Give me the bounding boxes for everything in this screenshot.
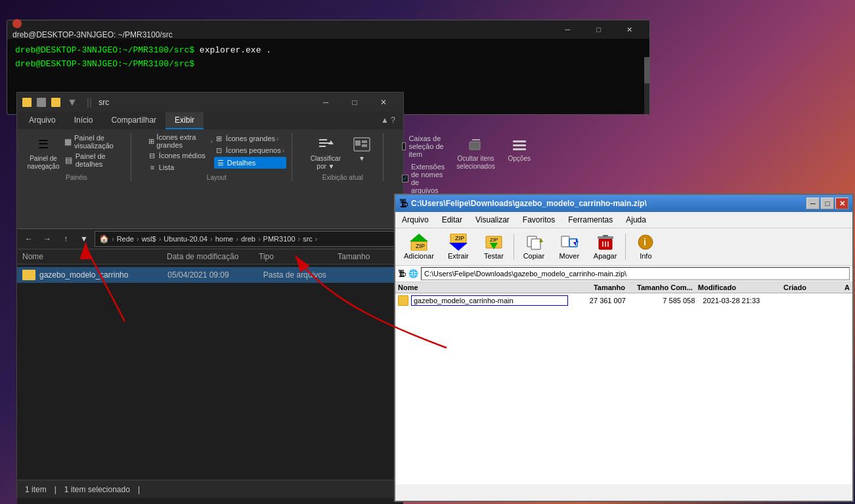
- zip-tool-test[interactable]: ZIP Testar: [477, 230, 511, 263]
- ribbon-item-sort[interactable]: Classificarpor ▼: [308, 133, 343, 173]
- svg-text:ZIP: ZIP: [490, 237, 498, 243]
- delete-icon: [596, 234, 615, 251]
- explorer-minimize-button[interactable]: ─: [311, 93, 340, 112]
- zip-menu-ferramentas[interactable]: Ferramentas: [561, 213, 619, 226]
- terminal-maximize-button[interactable]: □: [584, 22, 613, 37]
- ribbon-item-details-pane[interactable]: ▤ Painel de detalhes: [62, 152, 125, 169]
- zip-tool-copy[interactable]: Copiar: [517, 230, 551, 263]
- details-pane-label: Painel de detalhes: [76, 152, 123, 168]
- path-pmr[interactable]: PMR3100: [263, 235, 296, 243]
- svg-rect-0: [319, 139, 327, 140]
- svg-rect-8: [470, 142, 480, 150]
- extract-label: Extrair: [448, 252, 469, 260]
- zip-menu-visualizar[interactable]: Visualizar: [469, 213, 516, 226]
- zip-file-size: 27 361 007: [571, 297, 631, 304]
- hide-selected-label: Ocultar itensselecionados: [456, 155, 494, 171]
- label-details: Detalhes: [227, 159, 255, 167]
- ribbon-item-nav-pane[interactable]: ☰ Painel denavegação: [28, 133, 59, 173]
- zip-maximize-button[interactable]: □: [821, 198, 834, 209]
- zip-close-button[interactable]: ✕: [835, 198, 848, 209]
- zip-addr-icon: 🗜: [398, 269, 406, 278]
- ribbon-item-preview-pane[interactable]: ▦ Painel de visualização: [62, 133, 125, 150]
- terminal-close-button[interactable]: ✕: [615, 22, 644, 37]
- explorer-close-button[interactable]: ✕: [369, 93, 398, 112]
- ribbon-help[interactable]: ▲ ?: [376, 112, 401, 129]
- cb-extensions-box: [402, 175, 408, 182]
- ribbon-tab-inicio[interactable]: Início: [65, 112, 102, 129]
- status-item-count: 1 item: [25, 485, 47, 494]
- col-header-name[interactable]: Nome: [22, 252, 167, 261]
- path-ubuntu[interactable]: Ubuntu-20.04: [164, 235, 208, 243]
- cb-selection-boxes[interactable]: Caixas de seleção de item: [399, 133, 449, 159]
- path-src[interactable]: src: [303, 235, 313, 243]
- ribbon-tab-compartilhar[interactable]: Compartilhar: [102, 112, 165, 129]
- zip-minimize-button[interactable]: ─: [806, 198, 820, 209]
- up-button[interactable]: ↑: [58, 231, 74, 247]
- zip-file-modified: 2021-03-28 21:33: [703, 297, 787, 304]
- zip-address-bar: 🗜 🌐 C:\Users\Felipe\Downloads\gazebo_mod…: [395, 266, 852, 282]
- terminal-minimize-button[interactable]: ─: [553, 22, 582, 37]
- cb-selection-boxes-label: Caixas de seleção de item: [408, 135, 446, 158]
- path-sep-6: ›: [258, 235, 261, 243]
- zip-col-header-attr[interactable]: A: [844, 284, 850, 291]
- zip-tool-add[interactable]: ZIP Adicionar: [398, 230, 440, 263]
- svg-rect-6: [362, 140, 367, 143]
- zip-col-header-name[interactable]: Nome: [398, 284, 569, 291]
- address-path-bar[interactable]: 🏠 › Rede › wsl$ › Ubuntu-20.04 › home › …: [95, 231, 399, 247]
- delete-label: Apagar: [594, 252, 617, 260]
- cb-extensions[interactable]: Extensões de nomes de arquivos: [399, 161, 449, 196]
- ribbon-content: ☰ Painel denavegação ▦ Painel de visuali…: [17, 129, 403, 229]
- terminal-title-area: dreb@DESKTOP-3NNJGEO: ~/PMR3100/src: [12, 19, 173, 40]
- forward-button[interactable]: →: [39, 231, 55, 247]
- explorer-column-headers: Nome Data de modificação Tipo Tamanho: [17, 249, 403, 264]
- nav-pane-icon: ☰: [34, 135, 53, 154]
- col-header-date[interactable]: Data de modificação: [167, 252, 259, 261]
- sort-icon: [317, 135, 335, 154]
- terminal-app-icon: [12, 19, 22, 28]
- path-sep-8: ›: [315, 235, 318, 243]
- zip-toolbar: ZIP Adicionar ZIP Extrair ZIP: [395, 228, 852, 266]
- path-dreb[interactable]: dreb: [241, 235, 255, 243]
- group-label: ▼: [359, 155, 365, 163]
- icon-list: ≡: [147, 162, 158, 173]
- back-button[interactable]: ←: [21, 231, 37, 247]
- col-header-type[interactable]: Tipo: [259, 252, 338, 261]
- zip-col-header-created[interactable]: Criado: [783, 284, 844, 291]
- zip-menu-favoritos[interactable]: Favoritos: [516, 213, 561, 226]
- col-header-size[interactable]: Tamanho: [338, 252, 390, 261]
- zip-menu-editar[interactable]: Editar: [435, 213, 469, 226]
- chevron-large: ›: [276, 135, 278, 142]
- view-current-label: Exibição atual: [322, 174, 363, 181]
- zip-menu-ajuda[interactable]: Ajuda: [619, 213, 653, 226]
- ribbon-tab-exibir[interactable]: Exibir: [165, 112, 204, 129]
- zip-tool-extract[interactable]: ZIP Extrair: [441, 230, 475, 263]
- zip-col-header-compressed[interactable]: Tamanho Com...: [630, 284, 698, 291]
- zip-col-header-modified[interactable]: Modificado: [698, 284, 783, 291]
- ribbon-item-options[interactable]: Opções: [503, 133, 536, 165]
- terminal-scrollbar[interactable]: [644, 57, 649, 114]
- recent-button[interactable]: ▼: [76, 231, 92, 247]
- terminal-line-2: dreb@DESKTOP-3NNJGEO:~/PMR3100/src$: [15, 58, 642, 72]
- zip-tool-move[interactable]: Mover: [552, 230, 586, 263]
- ribbon-tab-arquivo[interactable]: Arquivo: [20, 112, 65, 129]
- explorer-maximize-button[interactable]: □: [340, 93, 369, 112]
- path-sep-7: ›: [298, 235, 301, 243]
- path-rede[interactable]: Rede: [117, 235, 134, 243]
- path-home[interactable]: home: [215, 235, 234, 243]
- zip-tool-delete[interactable]: Apagar: [588, 230, 623, 263]
- svg-text:i: i: [644, 237, 646, 247]
- path-wsl[interactable]: wsl$: [142, 235, 156, 243]
- ribbon-item-group[interactable]: ▼: [346, 133, 378, 165]
- zip-menu-arquivo[interactable]: Arquivo: [395, 213, 435, 226]
- zip-tool-info[interactable]: i Info: [628, 230, 663, 263]
- zip-address-path[interactable]: C:\Users\Felipe\Downloads\gazebo_modelo_…: [421, 267, 850, 280]
- chevron-extra-large: ›: [211, 138, 213, 145]
- zip-col-header-size[interactable]: Tamanho: [569, 284, 630, 291]
- info-label: Info: [640, 252, 651, 260]
- zip-table-row[interactable]: gazebo_modelo_carrinho-main 27 361 007 7…: [395, 293, 852, 308]
- zip-menubar: Arquivo Editar Visualizar Favoritos Ferr…: [395, 212, 852, 228]
- chevron-small: ›: [282, 147, 284, 154]
- table-row[interactable]: gazebo_modelo_carrinho 05/04/2021 09:09 …: [17, 267, 403, 283]
- file-date: 05/04/2021 09:09: [167, 270, 259, 280]
- ribbon-item-hide-selected[interactable]: Ocultar itensselecionados: [454, 133, 497, 173]
